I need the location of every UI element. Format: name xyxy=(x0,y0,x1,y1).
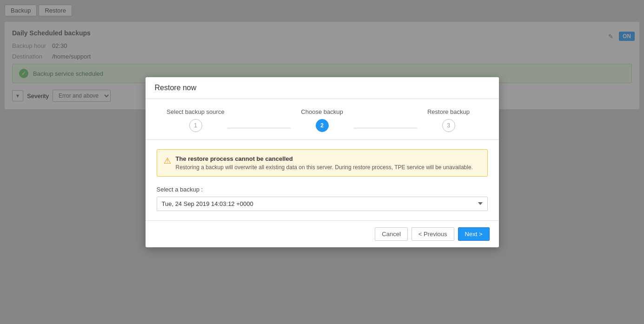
previous-button[interactable]: < Previous xyxy=(412,227,454,241)
warning-description: Restoring a backup will overwrite all ex… xyxy=(176,164,473,171)
modal-footer: Cancel < Previous Next > xyxy=(146,220,499,247)
connector-2-3 xyxy=(354,128,417,129)
step-2: Choose backup 2 xyxy=(291,108,354,132)
step-3: Restore backup 3 xyxy=(417,108,480,132)
step-2-circle: 2 xyxy=(316,119,329,132)
warning-title: The restore process cannot be cancelled xyxy=(176,155,473,162)
stepper: Select backup source 1 Choose backup 2 R… xyxy=(146,99,499,140)
next-button[interactable]: Next > xyxy=(458,227,490,241)
select-backup-label: Select a backup : xyxy=(157,186,488,193)
modal-header: Restore now xyxy=(146,77,499,99)
cancel-button[interactable]: Cancel xyxy=(375,227,407,241)
step-2-label: Choose backup xyxy=(301,108,343,115)
step-1: Select backup source 1 xyxy=(164,108,227,132)
step-1-circle: 1 xyxy=(189,119,202,132)
step-3-label: Restore backup xyxy=(427,108,470,115)
restore-modal: Restore now Select backup source 1 Choos… xyxy=(146,77,499,247)
warning-banner: ⚠ The restore process cannot be cancelle… xyxy=(157,149,488,177)
warning-triangle-icon: ⚠ xyxy=(164,156,171,166)
warning-text: The restore process cannot be cancelled … xyxy=(176,155,473,171)
modal-title: Restore now xyxy=(155,84,197,92)
modal-overlay: Restore now Select backup source 1 Choos… xyxy=(0,0,644,324)
step-1-label: Select backup source xyxy=(166,108,224,115)
connector-1-2 xyxy=(227,128,291,129)
step-3-circle: 3 xyxy=(442,119,455,132)
backup-select-dropdown[interactable]: Tue, 24 Sep 2019 14:03:12 +0000 xyxy=(157,197,488,211)
modal-body: ⚠ The restore process cannot be cancelle… xyxy=(146,140,499,220)
